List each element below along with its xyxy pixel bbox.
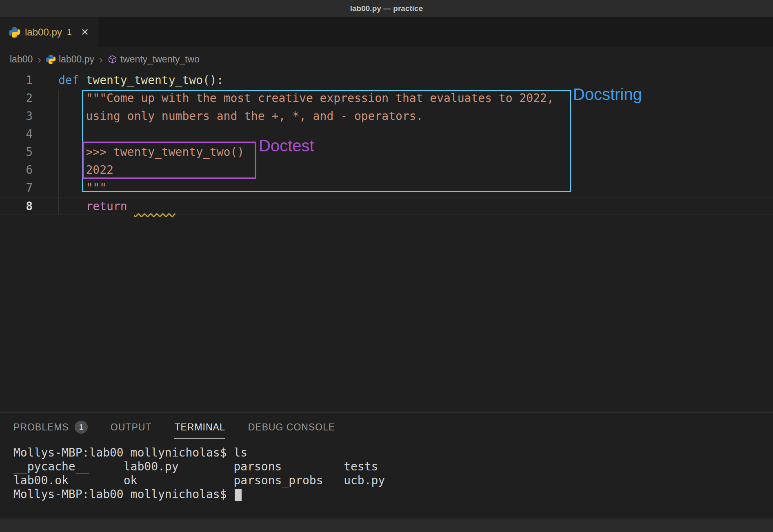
window-title: lab00.py — practice xyxy=(0,0,773,17)
breadcrumb-folder-label: lab00 xyxy=(10,54,33,65)
breadcrumb-file[interactable]: lab00.py xyxy=(46,54,94,65)
code-token: """ xyxy=(86,181,107,195)
breadcrumb-file-label: lab00.py xyxy=(59,54,94,65)
vscode-window: lab00.py — practice lab00.py 1 ✕ lab00 xyxy=(0,0,773,532)
breadcrumb: lab00 lab00.py twenty_twenty_two xyxy=(0,47,773,71)
terminal-text: Mollys-MBP:lab00 mollynicholas$ ls xyxy=(13,446,247,459)
code-line[interactable]: 6 2022 xyxy=(0,161,773,179)
code-token xyxy=(134,200,175,213)
code-token: twenty_twenty_two xyxy=(86,73,203,87)
indent-guide xyxy=(58,89,59,215)
code-token xyxy=(58,200,86,213)
code-editor[interactable]: 1def twenty_twenty_two():2 """Come up wi… xyxy=(0,71,773,412)
close-icon[interactable]: ✕ xyxy=(81,27,89,38)
code-line[interactable]: 1def twenty_twenty_two(): xyxy=(0,71,773,89)
breadcrumb-symbol[interactable]: twenty_twenty_two xyxy=(108,54,200,65)
breadcrumb-symbol-label: twenty_twenty_two xyxy=(120,54,200,65)
code-token xyxy=(127,200,134,213)
panel-tab-problems[interactable]: PROBLEMS1 xyxy=(13,412,88,442)
code-token: """Come up with the most creative expres… xyxy=(86,91,553,105)
chevron-right-icon xyxy=(98,54,104,65)
tab-label: lab00.py xyxy=(25,27,62,38)
code-token xyxy=(58,91,86,105)
code-content: def twenty_twenty_two(): xyxy=(33,71,224,89)
line-number[interactable]: 5 xyxy=(0,143,33,161)
code-content: >>> twenty_twenty_two() xyxy=(33,143,244,161)
line-number[interactable]: 3 xyxy=(0,107,33,125)
code-token: 2022 xyxy=(86,163,113,177)
tab-lab00[interactable]: lab00.py 1 ✕ xyxy=(0,17,98,47)
line-number[interactable]: 1 xyxy=(0,71,33,89)
terminal-line: Mollys-MBP:lab00 mollynicholas$ xyxy=(13,488,773,501)
panel-tab-debug-console[interactable]: DEBUG CONSOLE xyxy=(248,412,335,442)
code-line[interactable]: 8 return xyxy=(0,197,773,215)
code-content: 2022 xyxy=(33,161,113,179)
code-token xyxy=(79,73,86,87)
code-token: (): xyxy=(203,73,224,87)
panel-tab-terminal[interactable]: TERMINAL xyxy=(174,412,225,442)
terminal-text: lab00.ok ok parsons_probs ucb.py xyxy=(13,474,385,487)
code-line[interactable]: 2 """Come up with the most creative expr… xyxy=(0,89,773,107)
panel-tab-output[interactable]: OUTPUT xyxy=(111,412,152,442)
panel-tab-label: PROBLEMS xyxy=(13,416,69,439)
panel-tab-label: TERMINAL xyxy=(174,416,225,439)
docstring-annotation-label: Docstring xyxy=(573,85,642,104)
line-number[interactable]: 7 xyxy=(0,179,33,197)
code-content xyxy=(33,125,58,143)
code-token xyxy=(58,163,86,177)
code-token: >>> twenty_twenty_two() xyxy=(86,145,244,159)
code-token xyxy=(58,109,86,123)
editor-tab-bar: lab00.py 1 ✕ xyxy=(0,17,773,47)
terminal-line: __pycache__ lab00.py parsons tests xyxy=(13,460,773,474)
terminal-output[interactable]: Mollys-MBP:lab00 mollynicholas$ ls__pyca… xyxy=(0,442,773,501)
code-content: return xyxy=(33,197,175,215)
python-file-icon xyxy=(9,27,20,38)
code-line[interactable]: 5 >>> twenty_twenty_two() xyxy=(0,143,773,161)
code-token xyxy=(58,145,86,159)
code-token xyxy=(58,181,86,195)
line-number[interactable]: 6 xyxy=(0,161,33,179)
code-token: using only numbers and the +, *, and - o… xyxy=(86,109,423,123)
terminal-line: lab00.ok ok parsons_probs ucb.py xyxy=(13,474,773,488)
panel-tab-label: DEBUG CONSOLE xyxy=(248,416,335,439)
panel-tab-bar: PROBLEMS1OUTPUTTERMINALDEBUG CONSOLE xyxy=(0,412,773,442)
terminal-text: Mollys-MBP:lab00 mollynicholas$ xyxy=(13,488,233,501)
code-content: """ xyxy=(33,179,107,197)
breadcrumb-folder[interactable]: lab00 xyxy=(10,54,33,65)
line-number[interactable]: 4 xyxy=(0,125,33,143)
panel-tab-label: OUTPUT xyxy=(111,416,152,439)
editor-lines: 1def twenty_twenty_two():2 """Come up wi… xyxy=(0,71,773,215)
doctest-annotation-label: Doctest xyxy=(259,137,314,155)
code-line[interactable]: 7 """ xyxy=(0,179,773,197)
bottom-panel: PROBLEMS1OUTPUTTERMINALDEBUG CONSOLE Mol… xyxy=(0,412,773,519)
code-token: def xyxy=(58,73,79,87)
terminal-cursor xyxy=(235,489,242,501)
code-content: """Come up with the most creative expres… xyxy=(33,89,554,107)
tab-problem-count: 1 xyxy=(67,27,72,38)
symbol-cube-icon xyxy=(108,55,117,64)
terminal-text: __pycache__ lab00.py parsons tests xyxy=(13,460,378,473)
problems-count-badge: 1 xyxy=(75,421,88,434)
line-number[interactable]: 8 xyxy=(0,197,33,215)
code-line[interactable]: 3 using only numbers and the +, *, and -… xyxy=(0,107,773,125)
line-number[interactable]: 2 xyxy=(0,89,33,107)
chevron-right-icon xyxy=(37,54,42,65)
code-line[interactable]: 4 xyxy=(0,125,773,143)
window-bottom-edge xyxy=(0,519,773,532)
python-file-icon xyxy=(46,55,56,64)
code-content: using only numbers and the +, *, and - o… xyxy=(33,107,423,125)
code-token: return xyxy=(86,200,127,213)
terminal-line: Mollys-MBP:lab00 mollynicholas$ ls xyxy=(13,446,773,460)
